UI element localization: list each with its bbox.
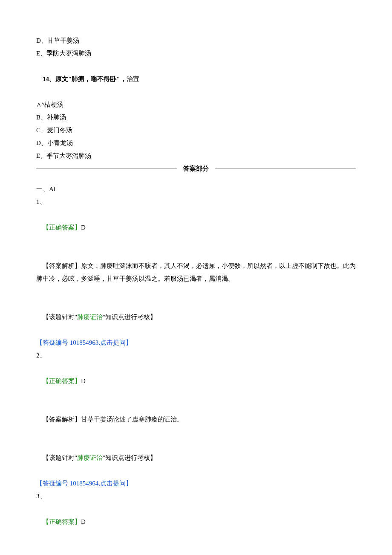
correct-label: 【正确答案】 xyxy=(43,224,81,231)
section-header: 一、Al xyxy=(36,183,356,195)
topic-suffix: "知识点进行考核】 xyxy=(103,454,156,461)
question-14-stem: 14、原文"肺痈，喘不得卧"，治宜 xyxy=(36,60,356,98)
answer-3-num: 3、 xyxy=(36,490,356,503)
answer-3-analysis: 【答案解析】麦门冬汤证治则：养阴清热，止逆下气。 xyxy=(36,541,356,555)
answer-1-topic: 【该题针对"肺痿证治"知识点进行考核】 xyxy=(36,298,356,336)
answer-2-qa-link[interactable]: 【答疑编号 101854964,点击提问】 xyxy=(36,477,356,490)
topic-green: 肺痿证治 xyxy=(77,454,103,461)
topic-green: 肺痿证治 xyxy=(77,314,103,320)
answer-2-num: 2、 xyxy=(36,349,356,362)
topic-suffix: "知识点进行考核】 xyxy=(103,314,156,320)
answer-2-analysis: 【答案解析】甘草干姜汤论述了虚寒肺痿的证治。 xyxy=(36,400,356,439)
answer-3-correct: 【正确答案】D xyxy=(36,503,356,541)
answer-2-correct: 【正确答案】D xyxy=(36,362,356,400)
q14-option-d: D、小青龙汤 xyxy=(36,137,356,149)
answers-separator: 答案部分 xyxy=(36,162,356,175)
answer-1-qa-link[interactable]: 【答疑编号 101854963,点击提问】 xyxy=(36,336,356,349)
q14-option-c: C、麦门冬汤 xyxy=(36,124,356,137)
option-e: E、季防大枣泻肺汤 xyxy=(36,47,356,60)
correct-value: D xyxy=(81,518,86,525)
answer-1-num: 1、 xyxy=(36,195,356,208)
question-14-stem-suffix: 治宜 xyxy=(127,76,139,82)
correct-label: 【正确答案】 xyxy=(43,518,81,525)
answers-separator-label: 答案部分 xyxy=(181,162,211,175)
topic-prefix: 【该题针对" xyxy=(43,454,77,461)
correct-label: 【正确答案】 xyxy=(43,378,81,384)
correct-value: D xyxy=(81,224,86,231)
correct-value: D xyxy=(81,378,86,384)
question-14-stem-prefix: 14、原文"肺痈，喘不得卧"， xyxy=(43,76,127,82)
topic-prefix: 【该题针对" xyxy=(43,314,77,320)
analysis-label: 【答案解析】 xyxy=(43,262,81,269)
analysis-label: 【答案解析】 xyxy=(43,416,81,423)
q14-option-a: ∧^桔梗汤 xyxy=(36,98,356,111)
q14-option-b: B、补肺汤 xyxy=(36,111,356,124)
answer-2-topic: 【该题针对"肺痿证治"知识点进行考核】 xyxy=(36,439,356,477)
answer-1-analysis: 【答案解析】原文：肺痿吐涎沫而不咳者，其人不渴，必遗尿，小便数，所以然者，以上虚… xyxy=(36,247,356,298)
q14-option-e: E、季节大枣泻肺汤 xyxy=(36,149,356,162)
analysis-body: 甘草干姜汤论述了虚寒肺痿的证治。 xyxy=(81,416,183,423)
answer-1-correct: 【正确答案】D xyxy=(36,208,356,247)
option-d: D、甘草干姜汤 xyxy=(36,34,356,47)
analysis-body: 原文：肺痿吐涎沫而不咳者，其人不渴，必遗尿，小便数，所以然者，以上虚不能制下故也… xyxy=(36,262,356,282)
